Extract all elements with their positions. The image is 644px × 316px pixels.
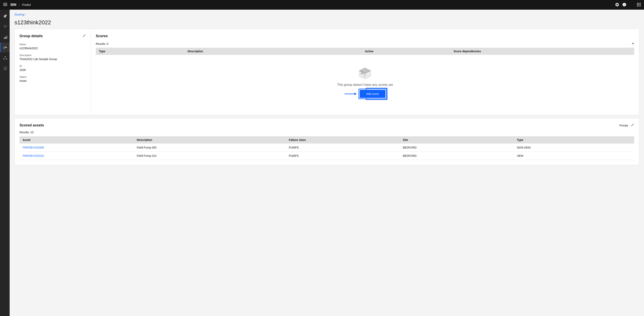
id-value: 1009 <box>20 68 86 72</box>
page-title: s123think2022 <box>10 18 644 29</box>
svg-marker-17 <box>354 92 356 95</box>
main-content: Scoring / s123think2022 Group details Na… <box>10 10 644 170</box>
asset-col-asset: Asset <box>23 138 137 141</box>
menu-icon[interactable] <box>3 3 7 8</box>
sidebar-item-network[interactable] <box>0 53 10 63</box>
field-name: Name s123think2022 <box>20 43 86 50</box>
edit-icon[interactable] <box>82 34 86 38</box>
field-id: ID 1009 <box>20 65 86 72</box>
asset-description-1: Field Pump 005 <box>137 146 289 149</box>
top-navigation: IBM | Predict <box>0 0 644 10</box>
scores-results-count: Results: 0 <box>96 42 108 45</box>
help-icon[interactable] <box>622 3 626 7</box>
asset-failure-class-2: PUMPS <box>289 154 403 157</box>
col-description: Description <box>188 50 365 53</box>
sidebar-item-health[interactable] <box>0 43 10 52</box>
topnav-right <box>615 3 641 7</box>
col-type: Type <box>99 50 188 53</box>
name-label: Name <box>20 43 86 46</box>
svg-rect-11 <box>640 6 640 7</box>
group-details-panel: Group details Name s123think2022 Descrip… <box>15 29 91 115</box>
description-label: Description <box>20 54 86 57</box>
asset-site-2: BEDFORD <box>403 154 517 157</box>
col-score-dependencies: Score dependencies <box>454 50 631 53</box>
svg-point-13 <box>4 59 4 60</box>
asset-link-2[interactable]: PMPDEVICE010 <box>23 154 137 157</box>
asset-col-type: Type <box>517 138 631 141</box>
object-value: Asset <box>20 79 86 82</box>
svg-rect-7 <box>638 4 639 5</box>
assets-table-header: Asset Description Failure class Site Typ… <box>20 136 634 143</box>
assets-results-count: Results: 10 <box>20 131 634 134</box>
svg-point-14 <box>6 59 7 60</box>
brand: IBM | Predict <box>10 3 31 7</box>
field-object: Object Asset <box>20 76 86 82</box>
brand-divider: | <box>19 3 20 7</box>
scores-title: Scores <box>96 34 634 38</box>
empty-box-icon <box>358 67 372 80</box>
svg-rect-15 <box>361 72 363 74</box>
svg-point-12 <box>4 57 6 58</box>
svg-rect-1 <box>3 4 7 5</box>
add-score-wrapper: Add score <box>344 90 385 98</box>
arrow-indicator <box>344 91 356 96</box>
scored-assets-section: Scored assets Pumps Results: 10 Asset De… <box>14 118 639 165</box>
svg-rect-5 <box>640 3 640 4</box>
breadcrumb-separator: / <box>25 13 26 16</box>
add-score-button-container: Add score <box>360 90 385 98</box>
add-score-plus-button[interactable]: + <box>632 41 634 46</box>
scored-assets-right: Pumps <box>619 123 634 127</box>
asset-col-description: Description <box>137 138 289 141</box>
svg-rect-3 <box>637 3 638 4</box>
scores-table-header: Type Description Active Score dependenci… <box>96 48 634 55</box>
name-value: s123think2022 <box>20 47 86 50</box>
settings-icon[interactable] <box>615 3 619 7</box>
breadcrumb-area: Scoring / <box>10 10 644 18</box>
svg-rect-8 <box>640 4 640 5</box>
sidebar-item-settings[interactable] <box>0 64 10 73</box>
svg-rect-0 <box>3 3 7 4</box>
sidebar-item-location[interactable] <box>0 22 10 31</box>
scored-assets-header: Scored assets Pumps <box>20 123 634 127</box>
asset-col-failure-class: Failure class <box>289 138 403 141</box>
add-score-button[interactable]: Add score <box>360 90 385 98</box>
object-label: Object <box>20 76 86 78</box>
svg-rect-10 <box>638 6 639 7</box>
breadcrumb: Scoring / <box>14 13 639 16</box>
filter-label: Pumps <box>619 124 628 127</box>
top-section: Group details Name s123think2022 Descrip… <box>14 29 639 115</box>
scored-assets-title: Scored assets <box>20 123 44 127</box>
asset-col-site: Site <box>403 138 517 141</box>
asset-failure-class-1: PUMPS <box>289 146 403 149</box>
asset-description-2: Field Pump 010 <box>137 154 289 157</box>
scores-panel: Scores Results: 0 + Type Description Act… <box>91 29 639 115</box>
asset-link-1[interactable]: PMPDEVICE005 <box>23 146 137 149</box>
id-label: ID <box>20 65 86 68</box>
svg-rect-4 <box>638 3 639 4</box>
sidebar <box>0 10 10 170</box>
apps-icon[interactable] <box>637 3 641 7</box>
app-name: Predict <box>22 3 31 7</box>
user-icon[interactable] <box>630 3 634 7</box>
empty-state-text: This group doesn't have any scores yet <box>337 83 393 87</box>
scores-results-bar: Results: 0 + <box>96 41 634 46</box>
scored-assets-edit-icon[interactable] <box>630 123 634 127</box>
empty-state: This group doesn't have any scores yet A… <box>96 55 634 110</box>
asset-type-2: OEM <box>517 154 631 157</box>
svg-rect-2 <box>3 6 7 6</box>
asset-type-1: NON-OEM <box>517 146 631 149</box>
svg-rect-6 <box>637 4 638 5</box>
description-value: Think2022 Lab Sample Group <box>20 58 86 61</box>
col-active: Active <box>365 50 454 53</box>
sidebar-item-analytics[interactable] <box>0 32 10 42</box>
content-body: Group details Name s123think2022 Descrip… <box>10 29 644 170</box>
field-description: Description Think2022 Lab Sample Group <box>20 54 86 61</box>
breadcrumb-scoring-link[interactable]: Scoring <box>14 13 24 16</box>
group-details-title: Group details <box>20 34 43 38</box>
brand-ibm: IBM <box>10 3 16 7</box>
asset-site-1: BEDFORD <box>403 146 517 149</box>
group-details-header: Group details <box>20 34 86 38</box>
sidebar-item-rocket[interactable] <box>0 11 10 21</box>
table-row: PMPDEVICE005 Field Pump 005 PUMPS BEDFOR… <box>20 143 634 152</box>
svg-rect-9 <box>637 6 638 7</box>
